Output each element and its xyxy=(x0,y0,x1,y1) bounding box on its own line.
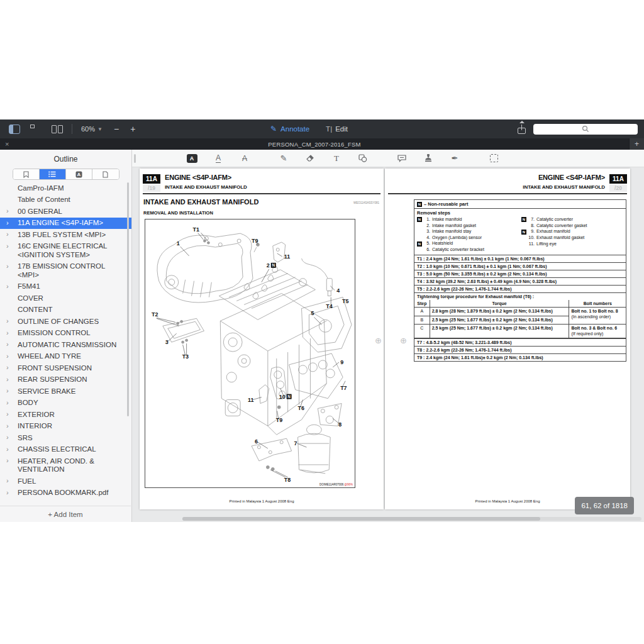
page-header-title: ENGINE <S4P-IAFM> xyxy=(165,174,231,181)
chevron-right-icon[interactable]: › xyxy=(6,457,9,465)
page-header-title: ENGINE <S4P-IAFM> xyxy=(538,174,605,181)
outline-item[interactable]: ›OUTLINE OF CHANGES xyxy=(0,316,131,328)
outline-item[interactable]: ›SERVICE BRAKE xyxy=(0,386,131,397)
search-input[interactable] xyxy=(533,124,638,135)
tab-bookmarks[interactable] xyxy=(13,169,40,179)
chevron-right-icon[interactable]: › xyxy=(6,230,9,239)
outline-item[interactable]: ›16C ENGINE ELECTRICAL <IGNITION SYSTEM> xyxy=(0,241,131,261)
outline-item[interactable]: Table of Content xyxy=(0,194,131,206)
outline-item-label: INTERIOR xyxy=(18,422,52,430)
chapter-badge: 11A xyxy=(609,174,627,184)
tab-annotations[interactable]: A xyxy=(66,169,92,179)
document-tab-title[interactable]: PERSONA_CM_2007-2016_FSM xyxy=(0,141,629,148)
annotate-mode-button[interactable]: ✎ Annotate xyxy=(270,125,309,133)
pane-resize-handle[interactable] xyxy=(134,154,136,163)
chevron-right-icon[interactable]: › xyxy=(6,410,9,419)
outline-item[interactable]: ›EXTERIOR xyxy=(0,409,131,421)
chevron-right-icon[interactable]: › xyxy=(6,352,9,361)
chevron-right-icon[interactable]: › xyxy=(6,422,9,431)
chevron-right-icon[interactable]: › xyxy=(6,364,9,372)
chevron-right-icon[interactable]: › xyxy=(6,329,9,338)
two-page-view-icon[interactable] xyxy=(52,125,63,134)
sidebar-scrollbar[interactable] xyxy=(127,182,129,416)
outline-item[interactable]: ›13B FUEL SYSTEM <MPI> xyxy=(0,229,131,241)
outline-item[interactable]: ›INTERIOR xyxy=(0,421,131,433)
chevron-right-icon[interactable]: › xyxy=(6,340,9,349)
sidebar-toggle-icon[interactable] xyxy=(9,125,20,134)
zoom-in-button[interactable]: + xyxy=(130,125,135,133)
edit-label: Edit xyxy=(335,125,348,133)
outline-item[interactable]: COVER xyxy=(0,292,131,304)
outline-item[interactable]: ›BODY xyxy=(0,397,131,409)
chevron-right-icon[interactable]: › xyxy=(6,387,9,396)
text-tool-icon[interactable]: T xyxy=(331,153,342,164)
outline-item[interactable]: CamPro-IAFM xyxy=(0,182,131,194)
outline-item[interactable]: ›FRONT SUSPENSION xyxy=(0,362,131,374)
chevron-right-icon[interactable]: › xyxy=(6,317,9,326)
step-number: 1. xyxy=(424,217,430,223)
strikeout-tool-icon[interactable]: A xyxy=(239,153,250,164)
outline-item[interactable]: ›FUEL xyxy=(0,475,131,487)
select-tool-icon[interactable] xyxy=(488,153,499,164)
removal-step: N5.Heatshield xyxy=(416,241,520,247)
chevron-right-icon[interactable]: › xyxy=(6,207,9,216)
page-right[interactable]: 11A /20 ENGINE <S4P-IAFM> INTAKE AND EXH… xyxy=(385,169,630,509)
edit-mode-button[interactable]: T|Edit xyxy=(326,125,348,133)
signature-tool-icon[interactable]: ✒ xyxy=(449,153,460,164)
thumbnails-icon[interactable] xyxy=(30,125,42,134)
chevron-right-icon[interactable]: › xyxy=(6,282,9,291)
outline-item[interactable]: ›SRS xyxy=(0,432,131,444)
removal-step: 8.Catalytic converter gasket xyxy=(520,223,625,229)
chevron-right-icon[interactable]: › xyxy=(6,262,9,271)
outline-item[interactable]: ›EMISSION CONTROL xyxy=(0,328,131,340)
shapes-tool-icon[interactable] xyxy=(357,153,369,164)
outline-item-label: BODY xyxy=(18,399,38,406)
share-icon[interactable] xyxy=(518,125,526,134)
torque-spec-line: T3 : 5.0 kgm (50 Nm; 3.355 ft.lbs) ± 0.2… xyxy=(414,270,626,277)
chevron-right-icon[interactable]: › xyxy=(6,477,9,486)
horizontal-scrollbar[interactable] xyxy=(182,517,641,521)
outline-item[interactable]: ›HEATER, AIR COND. & VENTILATION xyxy=(0,455,131,475)
engine-diagram-svg: T11T9112N4T4T55T23T39T710NT611T9867T8 xyxy=(145,219,355,487)
outline-item[interactable]: ›00 GENERAL xyxy=(0,206,131,218)
outline-list-icon xyxy=(48,171,56,177)
outline-item[interactable]: ›CHASSIS ELECTRICAL xyxy=(0,444,131,456)
stamp-tool-icon[interactable] xyxy=(423,153,434,164)
note-tool-icon[interactable] xyxy=(396,153,408,164)
outline-item-label: 17B EMISSION CONTROL <MPI> xyxy=(18,262,105,279)
header-rule xyxy=(143,193,380,194)
add-item-button[interactable]: + Add Item xyxy=(0,506,131,522)
scrollbar-thumb[interactable] xyxy=(182,517,540,521)
outline-item[interactable]: ›REAR SUSPENSION xyxy=(0,374,131,386)
chevron-right-icon[interactable]: › xyxy=(6,375,9,384)
new-tab-button[interactable]: + xyxy=(629,138,644,150)
chevron-right-icon[interactable]: › xyxy=(6,242,9,251)
underline-tool-icon[interactable]: A xyxy=(213,153,224,164)
outline-item[interactable]: ›F5M41 xyxy=(0,281,131,293)
markup-tool-icon[interactable]: A xyxy=(186,153,197,164)
outline-item[interactable]: ›11A ENGINE <S4P-IAFM> xyxy=(0,218,131,230)
empty-marker-cell xyxy=(417,247,422,253)
tab-outline[interactable] xyxy=(40,169,66,179)
diagram-callout-label: T8 xyxy=(284,477,291,483)
tab-pages[interactable] xyxy=(92,169,118,179)
step-label: Catalytic converter xyxy=(536,217,573,223)
chevron-right-icon[interactable]: › xyxy=(6,433,9,442)
n-marker-icon: N xyxy=(417,202,422,207)
eraser-tool-icon[interactable] xyxy=(304,153,316,164)
chevron-right-icon[interactable]: › xyxy=(6,399,9,408)
pencil-tool-icon[interactable]: ✎ xyxy=(278,153,289,164)
outline-item[interactable]: ›WHEEL AND TYRE xyxy=(0,351,131,363)
chevron-right-icon[interactable]: › xyxy=(6,445,9,454)
outline-item[interactable]: ›PERSONA BOOKMARK.pdf xyxy=(0,487,131,499)
outline-item[interactable]: CONTENT xyxy=(0,304,131,316)
page-left[interactable]: 11A /19 ENGINE <S4P-IAFM> INTAKE AND EXH… xyxy=(140,169,384,509)
step-number: 6. xyxy=(424,247,430,253)
chevron-right-icon[interactable]: › xyxy=(6,489,9,497)
outline-item-label: CamPro-IAFM xyxy=(18,184,64,192)
chevron-right-icon[interactable]: › xyxy=(6,219,9,228)
zoom-out-button[interactable]: − xyxy=(114,125,119,133)
outline-item[interactable]: ›AUTOMATIC TRANSMISSION xyxy=(0,339,131,351)
zoom-level-dropdown[interactable]: 60% ▼ xyxy=(81,125,103,133)
outline-item[interactable]: ›17B EMISSION CONTROL <MPI> xyxy=(0,261,131,281)
